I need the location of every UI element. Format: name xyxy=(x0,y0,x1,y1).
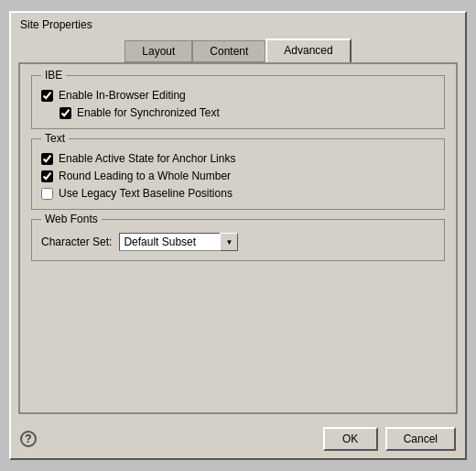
dialog: Site Properties Layout Content Advanced … xyxy=(9,11,467,460)
enable-in-browser-editing-checkbox[interactable] xyxy=(41,90,53,102)
round-leading-checkbox[interactable] xyxy=(41,170,53,182)
text-checkbox-row-2: Round Leading to a Whole Number xyxy=(41,170,435,182)
tab-layout[interactable]: Layout xyxy=(124,40,192,62)
ibe-group-label: IBE xyxy=(41,69,66,82)
cancel-button[interactable]: Cancel xyxy=(385,427,456,451)
use-legacy-text-checkbox[interactable] xyxy=(41,188,53,200)
ok-button[interactable]: OK xyxy=(323,427,378,451)
web-fonts-group: Web Fonts Character Set: Default Subset xyxy=(31,219,445,261)
tab-content[interactable]: Content xyxy=(192,40,265,62)
ibe-checkbox-row-2: Enable for Synchronized Text xyxy=(60,106,435,119)
text-group: Text Enable Active State for Anchor Link… xyxy=(31,138,445,210)
help-icon[interactable]: ? xyxy=(20,431,37,447)
enable-synchronized-text-checkbox[interactable] xyxy=(60,107,71,119)
text-checkbox-row-1: Enable Active State for Anchor Links xyxy=(41,152,435,165)
enable-active-state-label: Enable Active State for Anchor Links xyxy=(59,152,235,165)
text-checkbox-row-3: Use Legacy Text Baseline Positions xyxy=(41,187,435,200)
title-bar: Site Properties xyxy=(11,13,465,33)
use-legacy-text-label: Use Legacy Text Baseline Positions xyxy=(59,187,233,200)
tabs-container: Layout Content Advanced xyxy=(11,33,465,62)
web-fonts-group-label: Web Fonts xyxy=(41,213,102,225)
enable-active-state-checkbox[interactable] xyxy=(41,153,53,165)
enable-synchronized-text-label: Enable for Synchronized Text xyxy=(77,106,220,119)
ibe-group: IBE Enable In-Browser Editing Enable for… xyxy=(31,75,445,129)
character-set-select-wrapper: Default Subset xyxy=(119,233,238,251)
tab-content-area: IBE Enable In-Browser Editing Enable for… xyxy=(18,62,458,414)
character-set-select[interactable]: Default Subset xyxy=(119,233,238,251)
dialog-title: Site Properties xyxy=(20,18,92,31)
ibe-checkbox-row-1: Enable In-Browser Editing xyxy=(41,89,435,102)
round-leading-label: Round Leading to a Whole Number xyxy=(59,170,231,182)
bottom-bar: ? OK Cancel xyxy=(11,422,465,458)
web-fonts-row: Character Set: Default Subset xyxy=(41,233,435,251)
enable-in-browser-editing-label: Enable In-Browser Editing xyxy=(59,89,186,102)
tab-advanced[interactable]: Advanced xyxy=(265,38,351,62)
bottom-buttons: OK Cancel xyxy=(323,427,456,451)
character-set-label: Character Set: xyxy=(41,236,112,248)
text-group-label: Text xyxy=(41,132,69,145)
